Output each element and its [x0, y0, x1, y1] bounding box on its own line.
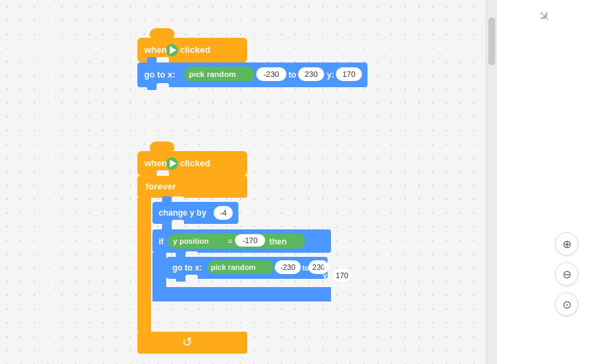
scrollbar-track[interactable] — [486, 0, 496, 364]
svg-text:when: when — [144, 158, 167, 168]
zoom-controls: ⊕ ⊖ ⊙ — [555, 232, 578, 316]
zoom-in-button[interactable]: ⊕ — [555, 232, 578, 255]
svg-text:y:: y: — [327, 70, 334, 80]
sidebar-top: ✈ — [538, 0, 550, 33]
if-block: if y position = -170 then go to x — [152, 224, 331, 302]
svg-text:-170: -170 — [242, 236, 258, 244]
svg-text:clicked: clicked — [180, 45, 210, 55]
svg-text:if: if — [159, 237, 164, 247]
svg-text:-230: -230 — [280, 263, 295, 271]
svg-rect-36 — [137, 198, 151, 332]
svg-text:-230: -230 — [263, 70, 279, 78]
svg-text:then: then — [269, 237, 286, 247]
svg-text:170: 170 — [336, 271, 348, 280]
svg-text:when: when — [144, 45, 167, 55]
zoom-fit-button[interactable]: ⊙ — [555, 293, 578, 316]
go-to-block-inner: go to x: pick random -230 to 230 — [166, 251, 329, 282]
svg-text:pick random: pick random — [211, 263, 256, 271]
svg-rect-37 — [137, 332, 247, 354]
svg-rect-65 — [185, 275, 198, 282]
svg-text:go to x:: go to x: — [144, 70, 175, 80]
zoom-out-button[interactable]: ⊖ — [555, 262, 578, 286]
svg-text:170: 170 — [342, 70, 355, 78]
pin-icon: ✈ — [534, 7, 554, 27]
svg-text:y position: y position — [173, 237, 209, 245]
svg-text:-4: -4 — [220, 209, 227, 217]
scrollbar-thumb[interactable] — [488, 17, 495, 65]
svg-text:y:: y: — [323, 271, 330, 280]
svg-text:clicked: clicked — [180, 158, 210, 168]
blocks-svg: when clicked go to x: pick random -230 t… — [0, 0, 485, 364]
sidebar: ✈ ⊕ ⊖ ⊙ — [496, 0, 592, 364]
svg-text:go to x:: go to x: — [172, 263, 202, 273]
svg-text:change y by: change y by — [159, 208, 207, 218]
svg-rect-12 — [157, 83, 169, 90]
change-y-block: change y by -4 — [152, 196, 238, 227]
svg-text:=: = — [228, 237, 232, 245]
svg-rect-64 — [176, 275, 185, 282]
svg-text:pick random: pick random — [189, 70, 236, 78]
svg-rect-11 — [147, 83, 157, 90]
svg-text:forever: forever — [146, 181, 176, 192]
svg-text:↺: ↺ — [182, 335, 192, 349]
svg-text:230: 230 — [304, 70, 317, 78]
forever-block: forever ↺ change y by -4 — [137, 170, 331, 354]
svg-rect-50 — [152, 253, 166, 287]
svg-rect-74 — [152, 295, 331, 302]
svg-text:to: to — [288, 70, 296, 80]
svg-text:y:: y: — [323, 261, 330, 269]
